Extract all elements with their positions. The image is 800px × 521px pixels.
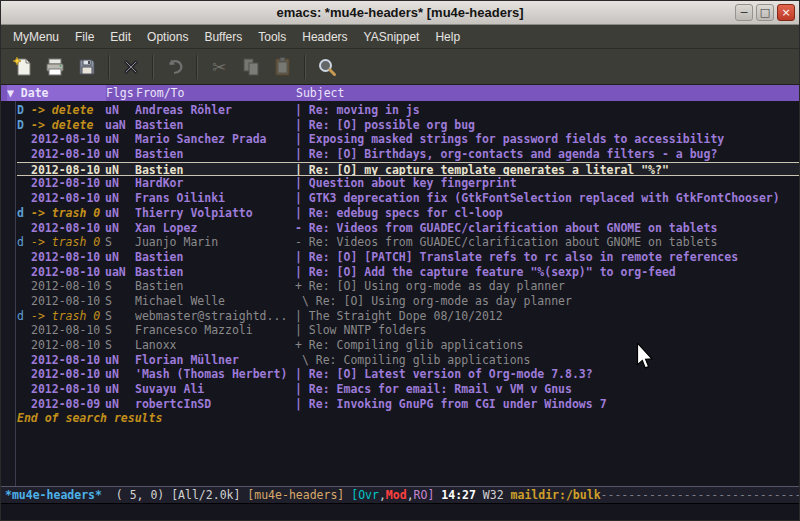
- from-cell: Florian Müllner: [135, 353, 295, 368]
- echo-area[interactable]: [1, 504, 799, 520]
- mark-cell: [17, 367, 31, 382]
- menu-help[interactable]: Help: [427, 26, 468, 48]
- modeline-segment-minor: [mu4e-headers]: [247, 488, 344, 502]
- menu-headers[interactable]: Headers: [294, 26, 355, 48]
- date-cell: 2012-08-10: [31, 338, 105, 353]
- from-cell: Suvayu Ali: [135, 382, 295, 397]
- flags-cell: uN: [105, 191, 135, 206]
- from-cell: Bastien: [135, 250, 295, 265]
- message-row[interactable]: 2012-08-10 S Bastien + Re: [O] Using org…: [17, 279, 799, 294]
- undo-icon: [164, 56, 186, 78]
- message-row[interactable]: d -> trash 0 S Juanjo Marin - Re: Videos…: [17, 235, 799, 250]
- mark-cell: [17, 147, 31, 162]
- subject-cell: | The Straight Dope 08/10/2012: [295, 309, 799, 324]
- date-cell: 2012-08-10: [31, 265, 105, 280]
- modeline-segment-dashes: ----------------------------------------…: [601, 488, 799, 502]
- mark-cell: [17, 338, 31, 353]
- flags-cell: uN: [105, 163, 135, 176]
- message-row[interactable]: 2012-08-10 S Michael Welle \ Re: [O] Usi…: [17, 294, 799, 309]
- message-row[interactable]: 2012-08-10 uN Suvayu Ali | Re: Emacs for…: [17, 382, 799, 397]
- print-button[interactable]: [39, 53, 71, 81]
- flags-cell: S: [105, 294, 135, 309]
- from-cell: Xan Lopez: [135, 221, 295, 236]
- scrollbar[interactable]: [1, 101, 16, 486]
- message-row[interactable]: 2012-08-10 uN 'Mash (Thomas Herbert) | R…: [17, 367, 799, 382]
- copy-button[interactable]: [235, 53, 267, 81]
- message-row[interactable]: D -> delete uN Andreas Röhler | Re: movi…: [17, 103, 799, 118]
- message-row[interactable]: 2012-08-10 uN Bastien | Re: [O] Birthday…: [17, 147, 799, 162]
- from-cell: Bastien: [135, 147, 295, 162]
- subject-cell: | Exposing masked strings for password f…: [295, 132, 799, 147]
- flags-cell: S: [105, 323, 135, 338]
- message-row[interactable]: 2012-08-10 uN Bastien | Re: [O] [PATCH] …: [17, 250, 799, 265]
- flags-cell: S: [105, 309, 135, 324]
- message-row[interactable]: 2012-08-09 uN robertcInSD | Re: Invoking…: [17, 397, 799, 412]
- message-row[interactable]: 2012-08-10 S Francesco Mazzoli | Slow NN…: [17, 323, 799, 338]
- mark-cell: D: [17, 118, 31, 133]
- search-button[interactable]: [311, 53, 343, 81]
- column-header-date[interactable]: ▼ Date: [7, 85, 106, 101]
- flags-cell: uN: [105, 397, 135, 412]
- menu-yasnippet[interactable]: YASnippet: [356, 26, 428, 48]
- date-cell: 2012-08-09: [31, 397, 105, 412]
- message-row[interactable]: 2012-08-10 uaN Bastien | Re: [O] Add the…: [17, 265, 799, 280]
- window-title: emacs: *mu4e-headers* [mu4e-headers]: [1, 5, 799, 20]
- subject-cell: | Re: [O] [PATCH] Translate refs to rc a…: [295, 250, 799, 265]
- title-bar[interactable]: emacs: *mu4e-headers* [mu4e-headers] − □…: [1, 1, 799, 25]
- date-cell: 2012-08-10: [31, 163, 105, 176]
- message-row[interactable]: 2012-08-10 S Lanoxx + Re: Compiling glib…: [17, 338, 799, 353]
- subject-cell: | GTK3 deprecation fix (GtkFontSelection…: [295, 191, 799, 206]
- maximize-button[interactable]: □: [756, 4, 774, 21]
- mark-cell: [17, 265, 31, 280]
- subject-cell: | Re: [O] Birthdays, org-contacts and ag…: [295, 147, 799, 162]
- from-cell: HardKor: [135, 176, 295, 191]
- undo-button[interactable]: [159, 53, 191, 81]
- save-icon: [76, 56, 98, 78]
- date-cell: 2012-08-10: [31, 367, 105, 382]
- from-cell: Bastien: [135, 118, 295, 133]
- date-cell: -> delete: [31, 103, 105, 118]
- close-buffer-button[interactable]: [115, 53, 147, 81]
- flags-cell: uN: [105, 250, 135, 265]
- menu-mymenu[interactable]: MyMenu: [5, 26, 67, 48]
- message-row[interactable]: 2012-08-10 uN Mario Sanchez Prada | Expo…: [17, 132, 799, 147]
- new-file-icon: [12, 56, 34, 78]
- column-header-from[interactable]: From/To: [136, 85, 296, 101]
- menu-tools[interactable]: Tools: [250, 26, 294, 48]
- message-row[interactable]: 2012-08-10 uN Frans Oilinki | GTK3 depre…: [17, 191, 799, 206]
- mark-cell: d: [17, 206, 31, 221]
- from-cell: Francesco Mazzoli: [135, 323, 295, 338]
- paste-button[interactable]: [267, 53, 299, 81]
- cut-button[interactable]: ✂: [203, 53, 235, 81]
- menu-buffers[interactable]: Buffers: [196, 26, 250, 48]
- message-row[interactable]: d -> trash 0 S webmaster@straightd... | …: [17, 309, 799, 324]
- save-button[interactable]: [71, 53, 103, 81]
- message-row[interactable]: 2012-08-10 uN Xan Lopez - Re: Videos fro…: [17, 221, 799, 236]
- date-cell: 2012-08-10: [31, 221, 105, 236]
- flags-cell: uN: [105, 382, 135, 397]
- column-header-subject[interactable]: Subject: [296, 85, 799, 101]
- message-row[interactable]: D -> delete uaN Bastien | Re: [O] possib…: [17, 118, 799, 133]
- paste-icon: [272, 56, 294, 78]
- flags-cell: S: [105, 338, 135, 353]
- mode-line[interactable]: *mu4e-headers* ( 5, 0) [All/2.0k] [mu4e-…: [1, 486, 799, 504]
- date-cell: 2012-08-10: [31, 132, 105, 147]
- message-list: D -> delete uN Andreas Röhler | Re: movi…: [16, 101, 799, 486]
- menu-edit[interactable]: Edit: [102, 26, 139, 48]
- subject-cell: | Re: Emacs for email: Rmail v VM v Gnus: [295, 382, 799, 397]
- message-row[interactable]: 2012-08-10 uN Florian Müllner \ Re: Comp…: [17, 353, 799, 368]
- modeline-segment-plain: W32: [476, 488, 511, 502]
- menu-options[interactable]: Options: [139, 26, 196, 48]
- new-file-button[interactable]: [7, 53, 39, 81]
- close-button[interactable]: ×: [777, 4, 795, 21]
- menu-file[interactable]: File: [67, 26, 102, 48]
- tool-bar: ✂: [1, 49, 799, 85]
- mark-cell: [17, 279, 31, 294]
- flags-cell: uN: [105, 132, 135, 147]
- message-row[interactable]: d -> trash 0 uN Thierry Volpiatto | Re: …: [17, 206, 799, 221]
- column-header-flags[interactable]: Flgs: [106, 85, 136, 101]
- minimize-button[interactable]: −: [735, 4, 753, 21]
- message-row[interactable]: 2012-08-10 uN Bastien | Re: [O] my captu…: [17, 162, 799, 177]
- date-cell: -> trash 0: [31, 206, 105, 221]
- message-row[interactable]: 2012-08-10 uN HardKor | Question about k…: [17, 176, 799, 191]
